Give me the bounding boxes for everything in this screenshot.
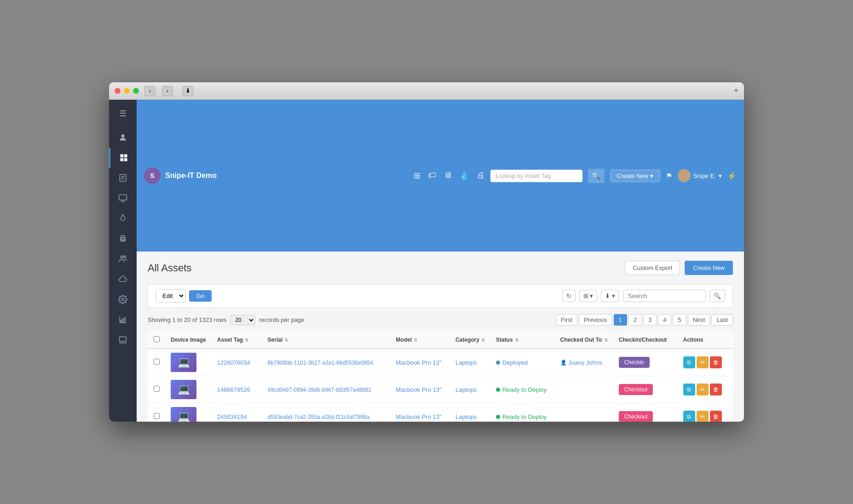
maximize-button[interactable] [133,88,139,94]
print-icon [118,234,127,243]
row-checkbox[interactable] [154,413,160,419]
clone-button[interactable]: ⧉ [683,411,695,422]
first-page-button[interactable]: First [556,314,577,326]
model-link[interactable]: Macbook Pro 13" [396,413,441,420]
refresh-button[interactable]: ↻ [562,290,576,302]
clone-button[interactable]: ⧉ [683,356,695,368]
row-checkbox[interactable] [154,386,160,392]
close-button[interactable] [115,88,121,94]
create-new-nav-button[interactable]: Create New ▾ [610,170,660,182]
bulk-action-select[interactable]: Edit [156,289,185,303]
clone-button[interactable]: ⧉ [683,384,695,395]
custom-export-button[interactable]: Custom Export [625,261,680,275]
th-model-label: Model [396,337,412,343]
checked-out-link[interactable]: 👤 Joany Johns [560,359,608,366]
sidebar-item-assets[interactable] [109,148,137,168]
edit-button[interactable]: ✏ [697,411,709,422]
serial-link[interactable]: d593eabd-7ca2-355a-a28d-f21c4af7998a [268,414,370,420]
th-serial-label: Serial [268,337,283,343]
th-status[interactable]: Status⇅ [490,332,555,349]
sidebar-item-menu[interactable]: ☰ [109,103,137,124]
sidebar-item-dashboard[interactable] [109,127,137,148]
model-link[interactable]: Macbook Pro 13" [396,386,441,393]
table-search-input[interactable] [623,290,706,302]
category-link[interactable]: Laptops [455,359,477,366]
edit-button[interactable]: ✏ [697,356,709,368]
th-select-all [148,332,166,349]
select-all-checkbox[interactable] [154,336,160,342]
share-icon[interactable]: ⚡ [727,172,737,180]
delete-button[interactable]: 🗑 [710,356,722,368]
new-tab-button[interactable]: + [733,86,738,96]
records-per-page-select[interactable]: 20 50 100 [230,315,255,325]
device-image-cell: 💻 [165,376,212,403]
minimize-button[interactable] [124,88,130,94]
th-category[interactable]: Category⇅ [450,332,490,349]
sidebar-item-cloud[interactable] [109,269,137,289]
print-nav-icon[interactable]: 🖨 [477,171,485,181]
asset-tag-link[interactable]: 1226076034 [217,359,250,366]
delete-button[interactable]: 🗑 [710,411,722,422]
asset-tag-search[interactable] [490,170,582,182]
model-link[interactable]: Macbook Pro 13" [396,359,441,366]
edit-button[interactable]: ✏ [697,384,709,395]
status-dot [496,388,500,392]
checkout-button[interactable]: Checkout [619,384,653,395]
droplet-nav-icon[interactable]: 💧 [459,171,469,181]
category-link[interactable]: Laptops [455,413,477,420]
create-new-button[interactable]: Create New [685,261,733,275]
sidebar-item-settings[interactable] [109,289,137,309]
sidebar-item-monitor[interactable] [109,330,137,350]
flag-icon[interactable]: ⚑ [666,172,672,180]
checkout-button[interactable]: Checkout [619,411,653,422]
go-button[interactable]: Go [189,290,212,302]
user-icon: 👤 [560,360,567,366]
page-4-button[interactable]: 4 [658,314,671,326]
asset-tag-link[interactable]: 245034194 [217,413,247,420]
columns-button[interactable]: ⊞ ▾ [579,290,598,302]
sidebar-item-components[interactable] [109,229,137,249]
navbar-user[interactable]: Snipe E. ▾ [678,169,722,182]
search-button[interactable]: 🔍 [588,169,605,183]
th-serial[interactable]: Serial⇅ [262,332,391,349]
next-page-button[interactable]: Next [688,314,710,326]
asset-tag-link[interactable]: 1486679526 [217,386,250,393]
page-2-button[interactable]: 2 [628,314,642,326]
app-body: ☰ [109,100,744,422]
last-page-button[interactable]: Last [711,314,733,326]
page-1-button[interactable]: 1 [614,314,627,326]
th-model[interactable]: Model⇅ [390,332,450,349]
checked-out-cell [555,403,613,422]
th-device-image-label: Device Image [171,337,206,343]
assets-table: Device Image Asset Tag⇅ Serial⇅ Model⇅ C… [148,331,733,422]
sidebar-item-accessories[interactable] [109,188,137,208]
th-checkin: Checkin/Checkout [613,332,678,349]
monitor-nav-icon[interactable]: 🖥 [444,171,452,181]
export-button[interactable]: ⬇ ▾ [601,290,619,302]
grid-icon[interactable]: ⊞ [414,171,421,181]
row-checkbox[interactable] [154,359,160,365]
tag-icon[interactable]: 🏷 [428,171,436,181]
forward-button[interactable]: › [162,86,173,96]
actions-cell: ⧉ ✏ 🗑 [678,349,733,376]
sidebar-item-licenses[interactable] [109,168,137,188]
category-link[interactable]: Laptops [455,386,477,393]
sidebar-item-users[interactable] [109,249,137,269]
status-cell: Ready to Deploy [490,376,555,403]
th-checked-out[interactable]: Checked Out To⇅ [555,332,613,349]
serial-link[interactable]: 49cd0487-0994-39d6-b967-b93f57a48982 [268,387,372,393]
page-5-button[interactable]: 5 [673,314,686,326]
serial-cell: d593eabd-7ca2-355a-a28d-f21c4af7998a [262,403,391,422]
checkin-button[interactable]: Checkin [619,357,650,368]
delete-button[interactable]: 🗑 [710,384,722,395]
back-button[interactable]: ‹ [144,86,156,96]
download-button[interactable]: ⬇ [182,86,193,96]
serial-link[interactable]: 8b7908bb-1101-3b27-a3a1-86d5536e0854 [268,360,374,366]
search-icon-button[interactable]: 🔍 [709,290,725,302]
chart-icon [118,315,127,324]
sidebar-item-consumables[interactable] [109,208,137,229]
th-asset-tag[interactable]: Asset Tag⇅ [212,332,262,349]
page-3-button[interactable]: 3 [643,314,657,326]
sidebar-item-reports[interactable] [109,309,137,330]
previous-page-button[interactable]: Previous [579,314,612,326]
